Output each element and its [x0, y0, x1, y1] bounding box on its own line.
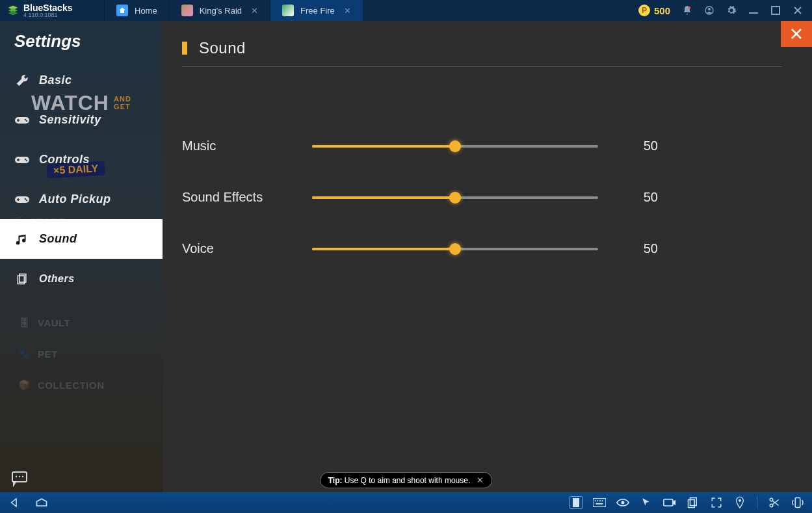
nav-label: Auto Pickup [39, 192, 111, 206]
svg-point-0 [688, 7, 690, 9]
cursor-icon[interactable] [640, 496, 653, 509]
svg-rect-35 [690, 498, 697, 506]
fullscreen-icon[interactable] [710, 496, 723, 509]
settings-nav-sound[interactable]: Sound [0, 219, 163, 259]
copy-tray-icon[interactable] [687, 496, 700, 509]
copy-icon [14, 271, 30, 287]
android-nav-buttons [8, 496, 48, 509]
tab-home[interactable]: Home [104, 0, 169, 21]
location-icon[interactable] [733, 496, 746, 509]
voice-slider[interactable] [312, 248, 598, 250]
section-title: Sound [199, 39, 246, 57]
tab-free-fire[interactable]: Free Fire ✕ [270, 0, 363, 21]
svg-rect-30 [599, 500, 601, 501]
svg-point-13 [25, 158, 27, 160]
accent-bar-icon [182, 42, 187, 55]
sound-effects-slider[interactable] [312, 196, 598, 199]
music-slider[interactable] [312, 145, 598, 148]
slider-label: Voice [182, 241, 312, 256]
tab-close-icon[interactable]: ✕ [344, 6, 351, 16]
settings-nav-sensitivity[interactable]: Sensitivity [0, 100, 163, 140]
keyboard-icon[interactable] [593, 496, 606, 509]
svg-point-2 [708, 8, 711, 10]
camera-icon[interactable] [663, 496, 676, 509]
chat-icon[interactable] [12, 471, 30, 487]
back-icon[interactable] [8, 496, 21, 509]
home-nav-icon[interactable] [35, 496, 48, 509]
minimize-icon[interactable] [748, 5, 759, 16]
toggle-keymap-icon[interactable] [570, 496, 583, 509]
tab-label: Free Fire [300, 6, 335, 16]
nav-label: Controls [39, 153, 90, 166]
svg-rect-26 [573, 498, 579, 507]
slider-thumb-icon[interactable] [449, 243, 461, 255]
maximize-icon[interactable] [770, 5, 781, 16]
free-fire-icon [282, 5, 294, 16]
svg-point-9 [26, 120, 28, 122]
settings-content: Sound Music 50 Sound Effects 50 [163, 21, 812, 492]
slider-thumb-icon[interactable] [449, 140, 461, 152]
slider-fill-icon [312, 145, 455, 148]
settings-close-button[interactable] [781, 21, 812, 47]
close-icon[interactable] [792, 5, 803, 16]
settings-nav: Settings Basic Sensitivity Controls Auto… [0, 21, 163, 492]
settings-nav-controls[interactable]: Controls [0, 140, 163, 179]
slider-voice: Voice 50 [182, 241, 782, 256]
gear-icon[interactable] [726, 5, 737, 16]
svg-point-23 [16, 476, 17, 477]
svg-rect-40 [795, 498, 800, 508]
tab-close-icon[interactable]: ✕ [251, 6, 258, 16]
slider-value: 50 [612, 241, 658, 256]
slider-label: Sound Effects [182, 190, 312, 205]
game-viewport: WATCH AND GET ×5 DAILY 🛒STORE 🎲LUCK ROYA… [0, 21, 812, 492]
music-icon [14, 231, 30, 247]
svg-point-14 [26, 159, 28, 161]
settings-panel: Settings Basic Sensitivity Controls Auto… [0, 21, 812, 492]
title-right-controls: P 500 [629, 5, 812, 16]
svg-rect-28 [595, 500, 596, 501]
svg-rect-17 [17, 199, 20, 200]
bluestacks-logo-area: BlueStacks 4.110.0.1081 [0, 3, 104, 18]
bluestacks-logo-icon [7, 4, 20, 17]
nav-label: Sensitivity [39, 113, 101, 127]
svg-rect-36 [688, 500, 695, 508]
tip-close-icon[interactable]: ✕ [477, 475, 484, 485]
slider-value: 50 [612, 190, 658, 205]
slider-label: Music [182, 138, 312, 153]
settings-nav-basic[interactable]: Basic [0, 60, 163, 100]
wrench-icon [14, 73, 30, 88]
bottom-tray [570, 496, 804, 509]
settings-nav-others[interactable]: Others [0, 259, 163, 298]
gamepad-icon [14, 152, 30, 168]
svg-rect-4 [772, 7, 779, 14]
kings-raid-icon [181, 5, 193, 16]
svg-rect-29 [597, 500, 598, 501]
eye-icon[interactable] [616, 496, 629, 509]
tab-kings-raid[interactable]: King's Raid ✕ [169, 0, 270, 21]
separator [757, 496, 757, 509]
tip-prefix: Tip: [328, 476, 343, 485]
slider-fill-icon [312, 196, 455, 199]
svg-rect-31 [602, 500, 603, 501]
coin-amount: 500 [654, 5, 670, 16]
settings-nav-auto-pickup[interactable]: Auto Pickup [0, 179, 163, 219]
svg-rect-7 [17, 120, 20, 121]
tip-toast: Tip: Use Q to aim and shoot with mouse. … [320, 472, 493, 488]
svg-point-19 [26, 199, 28, 201]
tab-strip: Home King's Raid ✕ Free Fire ✕ [104, 0, 629, 21]
tab-label: Home [135, 6, 157, 16]
slider-thumb-icon[interactable] [449, 192, 461, 204]
nav-label: Sound [39, 232, 77, 246]
app-version: 4.110.0.1081 [23, 12, 72, 18]
slider-value: 50 [612, 138, 658, 153]
svg-point-33 [622, 501, 625, 505]
tab-label: King's Raid [200, 6, 242, 16]
svg-point-25 [22, 476, 23, 477]
coin-balance[interactable]: P 500 [638, 5, 670, 16]
bell-icon[interactable] [682, 5, 692, 16]
shake-icon[interactable] [791, 496, 804, 509]
divider [182, 66, 782, 67]
account-icon[interactable] [704, 5, 714, 16]
scissors-icon[interactable] [768, 496, 781, 509]
svg-rect-12 [17, 159, 20, 161]
